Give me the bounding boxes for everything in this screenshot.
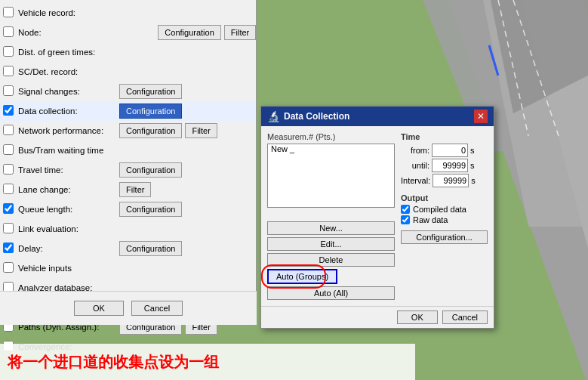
- raw-data-row: Raw data: [401, 215, 488, 224]
- time-interval-input[interactable]: [433, 174, 469, 187]
- label-delay: Delay:: [18, 244, 116, 253]
- row-queue-length: Queue length: Configuration: [0, 199, 256, 219]
- time-from-row: from: s: [401, 144, 488, 157]
- dialog-col-header: Measurem.# (Pts.): [267, 132, 395, 141]
- checkbox-lane-change[interactable]: [3, 184, 15, 196]
- filter-btn-node[interactable]: Filter: [224, 25, 256, 40]
- row-sc-det: SC/Det. record:: [0, 62, 256, 82]
- dialog-titlebar: 🔬 Data Collection ✕: [261, 107, 494, 126]
- chinese-annotation-text: 将一个进口道的收集点设为一组: [8, 352, 219, 372]
- row-link-eval: Link evaluation:: [0, 219, 256, 239]
- raw-data-label: Raw data: [413, 215, 448, 224]
- checkbox-travel-time[interactable]: [3, 164, 15, 176]
- config-btn-delay[interactable]: Configuration: [119, 241, 182, 256]
- new-button[interactable]: New...: [267, 221, 395, 235]
- label-queue-length: Queue length:: [18, 205, 116, 214]
- time-until-label: until:: [401, 161, 429, 170]
- row-node: Node: Node: Configuration Filter: [0, 23, 256, 42]
- dialog-close-button[interactable]: ✕: [474, 110, 488, 123]
- main-cancel-button[interactable]: Cancel: [131, 301, 183, 316]
- config-btn-data-collection[interactable]: Configuration: [119, 103, 182, 119]
- time-section: Time from: s until: s Interval: s: [401, 132, 488, 187]
- label-signal-changes: Signal changes:: [18, 87, 116, 96]
- edit-button[interactable]: Edit...: [267, 237, 395, 251]
- compiled-data-checkbox[interactable]: [401, 205, 410, 214]
- time-until-unit: s: [470, 161, 475, 170]
- left-panel: Vehicle record: Node: Node: Configuratio…: [0, 0, 257, 325]
- row-vehicle-inputs: Vehicle inputs: [0, 258, 256, 278]
- checkbox-node[interactable]: [3, 26, 15, 39]
- delete-button[interactable]: Delete: [267, 253, 395, 267]
- output-section-label: Output: [401, 193, 488, 202]
- label-vehicle-record: Vehicle record:: [18, 8, 116, 17]
- panel-footer: OK Cancel: [0, 291, 257, 325]
- auto-groups-wrapper: Auto (Groups): [267, 269, 395, 284]
- label-vehicle-inputs: Vehicle inputs: [18, 264, 116, 273]
- row-data-collection: Data collection: Configuration: [0, 101, 256, 121]
- time-section-label: Time: [401, 132, 488, 141]
- raw-data-checkbox[interactable]: [401, 215, 410, 224]
- dialog-body: Measurem.# (Pts.) New _ New... Edit... D…: [261, 126, 494, 306]
- row-delay: Delay: Configuration: [0, 239, 256, 258]
- chinese-annotation: 将一个进口道的收集点设为一组: [0, 344, 415, 380]
- checkbox-vehicle-inputs[interactable]: [3, 262, 15, 274]
- label-bus-tram: Bus/Tram waiting time: [18, 146, 116, 155]
- time-from-unit: s: [470, 146, 475, 155]
- label-node: Node:: [18, 28, 116, 37]
- dialog-ok-button[interactable]: OK: [397, 310, 438, 324]
- label-lane-change: Lane change:: [18, 185, 116, 194]
- compiled-data-label: Compiled data: [413, 205, 466, 214]
- data-collection-dialog: 🔬 Data Collection ✕ Measurem.# (Pts.) Ne…: [260, 106, 494, 329]
- label-link-eval: Link evaluation:: [18, 224, 116, 233]
- dialog-footer: OK Cancel: [261, 306, 494, 328]
- checkbox-delay[interactable]: [3, 243, 15, 255]
- label-network-perf: Network performance:: [18, 126, 116, 135]
- label-sc-det: SC/Det. record:: [18, 67, 116, 76]
- time-interval-label: Interval:: [401, 176, 430, 185]
- compiled-data-row: Compiled data: [401, 205, 488, 214]
- row-bus-tram: Bus/Tram waiting time: [0, 141, 256, 160]
- label-travel-time: Travel time:: [18, 165, 116, 175]
- label-data-collection: Data collection:: [18, 107, 116, 116]
- time-until-input[interactable]: [432, 159, 468, 172]
- checkbox-vehicle-record[interactable]: [3, 7, 15, 19]
- filter-btn-network[interactable]: Filter: [185, 123, 217, 138]
- configuration-big-button[interactable]: Configuration...: [401, 230, 488, 244]
- config-btn-queue[interactable]: Configuration: [119, 202, 182, 217]
- output-section: Output Compiled data Raw data: [401, 193, 488, 224]
- time-from-label: from:: [401, 146, 429, 155]
- checkbox-signal-changes[interactable]: [3, 85, 15, 97]
- config-btn-network[interactable]: Configuration: [119, 123, 182, 138]
- checkbox-dist-green[interactable]: [3, 46, 15, 58]
- checkbox-link-eval[interactable]: [3, 223, 15, 235]
- new-underscore-text: New _: [268, 144, 297, 154]
- label-dist-green: Dist. of green times:: [18, 48, 116, 57]
- config-btn-node2[interactable]: Configuration: [158, 25, 220, 40]
- row-vehicle-record: Vehicle record:: [0, 3, 256, 23]
- dialog-action-buttons: New... Edit... Delete Auto (Groups) Auto…: [267, 221, 395, 300]
- time-interval-row: Interval: s: [401, 174, 488, 187]
- dialog-title-icon: 🔬: [267, 110, 280, 122]
- row-signal-changes: Signal changes: Configuration: [0, 82, 256, 101]
- time-interval-unit: s: [471, 176, 476, 185]
- config-btn-travel[interactable]: Configuration: [119, 162, 182, 178]
- time-from-input[interactable]: [432, 144, 468, 157]
- checkbox-data-collection[interactable]: [3, 105, 15, 117]
- filter-btn-lane[interactable]: Filter: [119, 182, 151, 197]
- checkbox-queue-length[interactable]: [3, 203, 15, 215]
- checkbox-network-perf[interactable]: [3, 125, 15, 137]
- row-network-perf: Network performance: Configuration Filte…: [0, 121, 256, 141]
- auto-groups-button[interactable]: Auto (Groups): [267, 269, 337, 284]
- dialog-listbox[interactable]: New _: [267, 144, 395, 208]
- time-until-row: until: s: [401, 159, 488, 172]
- auto-all-button[interactable]: Auto (All): [267, 286, 395, 300]
- checkbox-bus-tram[interactable]: [3, 144, 15, 156]
- row-lane-change: Lane change: Filter: [0, 180, 256, 199]
- checkbox-sc-det[interactable]: [3, 66, 15, 78]
- row-travel-time: Travel time: Configuration: [0, 160, 256, 180]
- row-dist-green: Dist. of green times:: [0, 42, 256, 62]
- dialog-cancel-button[interactable]: Cancel: [442, 310, 488, 324]
- config-btn-signal[interactable]: Configuration: [119, 84, 182, 99]
- main-ok-button[interactable]: OK: [74, 301, 124, 316]
- dialog-left-section: Measurem.# (Pts.) New _ New... Edit... D…: [267, 132, 395, 300]
